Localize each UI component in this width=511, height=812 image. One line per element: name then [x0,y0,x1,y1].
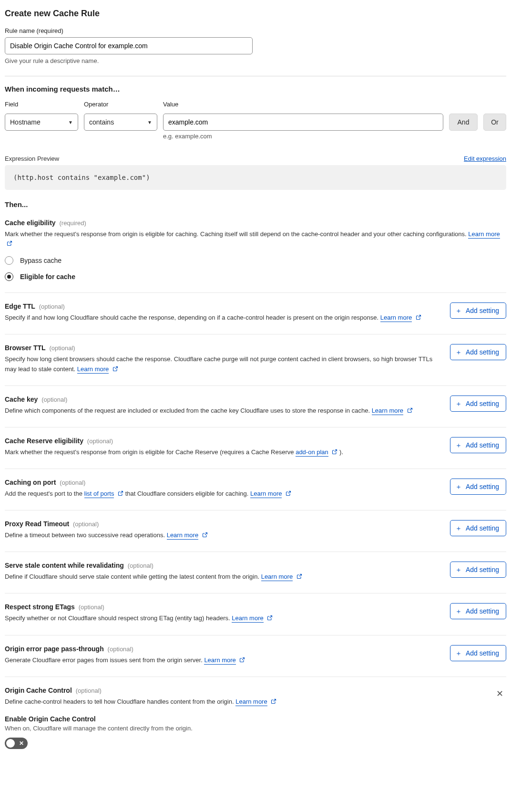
and-button[interactable]: And [449,114,478,131]
bypass-cache-label: Bypass cache [20,257,61,264]
or-button[interactable]: Or [483,114,506,131]
plus-icon: ＋ [455,650,462,656]
respect-etags-optional: (optional) [79,604,104,611]
proxy-read-add-setting-button[interactable]: ＋ Add setting [450,520,506,536]
external-link-icon [267,615,273,621]
serve-stale-optional: (optional) [128,562,153,569]
cache-reserve-optional: (optional) [87,437,113,445]
serve-stale-title: Serve stale content while revalidating [5,562,124,569]
external-link-icon [286,490,291,496]
add-setting-label: Add setting [466,441,499,449]
plus-icon: ＋ [455,400,462,407]
operator-col-label: Operator [84,101,157,108]
external-link-icon [271,698,276,704]
value-col-label: Value [163,101,449,108]
external-link-icon [332,449,337,455]
caret-down-icon: ▼ [147,120,152,125]
plus-icon: ＋ [455,608,462,614]
edge-ttl-optional: (optional) [39,303,65,310]
plus-icon: ＋ [455,442,462,448]
remove-origin-cache-control-button[interactable]: ✕ [493,687,506,701]
proxy-read-title: Proxy Read Timeout [5,520,69,528]
add-setting-label: Add setting [466,483,499,490]
expression-preview-code: (http.host contains "example.com") [5,165,506,190]
external-link-icon [7,240,12,246]
caret-down-icon: ▼ [68,120,73,125]
origin-error-add-setting-button[interactable]: ＋ Add setting [450,645,506,661]
enable-origin-cache-control-hint: When on, Cloudflare will manage the cont… [5,725,482,732]
then-heading: Then... [5,200,506,208]
serve-stale-learn-more-link[interactable]: Learn more [261,573,293,581]
respect-etags-title: Respect strong ETags [5,603,75,611]
rule-name-hint: Give your rule a descriptive name. [5,57,506,64]
value-input[interactable] [163,114,443,131]
enable-origin-cache-control-toggle[interactable]: ✕ [5,738,28,749]
add-setting-label: Add setting [466,607,499,615]
proxy-read-learn-more-link[interactable]: Learn more [167,531,198,540]
caching-port-add-setting-button[interactable]: ＋ Add setting [450,479,506,495]
list-of-ports-link[interactable]: list of ports [84,490,114,498]
cache-eligibility-desc: Mark whether the request's response from… [5,229,506,249]
operator-select-value: contains [89,118,114,126]
plus-icon: ＋ [455,307,462,314]
cache-key-title: Cache key [5,396,38,403]
eligible-for-cache-label: Eligible for cache [20,273,75,281]
origin-cache-control-learn-more-link[interactable]: Learn more [235,698,267,706]
edge-ttl-add-setting-button[interactable]: ＋ Add setting [450,302,506,319]
match-heading: When incoming requests match… [5,85,506,93]
add-setting-label: Add setting [466,566,499,573]
eligible-for-cache-radio[interactable] [5,272,13,281]
origin-error-learn-more-link[interactable]: Learn more [204,656,235,665]
add-setting-label: Add setting [466,649,499,657]
cache-eligibility-learn-more-link[interactable]: Learn more [468,230,500,239]
value-hint: e.g. example.com [163,133,443,140]
add-on-plan-link[interactable]: add-on plan [296,448,328,457]
external-link-icon [296,573,302,579]
respect-etags-add-setting-button[interactable]: ＋ Add setting [450,603,506,619]
cache-key-optional: (optional) [41,396,67,403]
rule-name-input[interactable] [5,37,253,54]
plus-icon: ＋ [455,525,462,531]
caching-port-learn-more-link[interactable]: Learn more [250,490,282,498]
add-setting-label: Add setting [466,524,499,532]
field-col-label: Field [5,101,78,108]
operator-select[interactable]: contains ▼ [84,114,157,131]
caching-port-optional: (optional) [60,479,85,486]
page-title: Create new Cache Rule [5,9,506,19]
external-link-icon [112,366,118,372]
toggle-off-icon: ✕ [19,740,24,746]
cache-key-learn-more-link[interactable]: Learn more [372,407,403,415]
external-link-icon [118,490,123,496]
bypass-cache-radio[interactable] [5,256,13,265]
toggle-knob [6,739,15,748]
plus-icon: ＋ [455,566,462,573]
field-select-value: Hostname [10,118,41,126]
edit-expression-link[interactable]: Edit expression [464,155,506,162]
cache-reserve-add-setting-button[interactable]: ＋ Add setting [450,437,506,453]
add-setting-label: Add setting [466,307,499,314]
respect-etags-desc: Specify whether or not Cloudflare should… [5,614,439,623]
origin-error-optional: (optional) [108,645,133,653]
respect-etags-learn-more-link[interactable]: Learn more [232,614,263,623]
external-link-icon [416,314,421,320]
caching-port-desc: Add the request's port to the list of po… [5,489,439,499]
serve-stale-desc: Define if Cloudflare should serve stale … [5,572,439,582]
cache-key-desc: Define which components of the request a… [5,406,439,416]
rule-name-label: Rule name (required) [5,27,506,34]
proxy-read-desc: Define a timeout between two successive … [5,531,439,540]
browser-ttl-learn-more-link[interactable]: Learn more [77,365,109,374]
proxy-read-optional: (optional) [73,521,99,528]
origin-error-desc: Generate Cloudflare error pages from iss… [5,656,439,665]
expression-preview-label: Expression Preview [5,155,59,162]
cache-reserve-title: Cache Reserve eligibility [5,437,83,445]
external-link-icon [239,657,245,663]
origin-cache-control-optional: (optional) [76,687,102,694]
add-setting-label: Add setting [466,348,499,356]
field-select[interactable]: Hostname ▼ [5,114,78,131]
browser-ttl-add-setting-button[interactable]: ＋ Add setting [450,344,506,360]
serve-stale-add-setting-button[interactable]: ＋ Add setting [450,562,506,578]
browser-ttl-desc: Specify how long client browsers should … [5,354,439,374]
origin-cache-control-desc: Define cache-control headers to tell how… [5,697,482,707]
edge-ttl-learn-more-link[interactable]: Learn more [380,314,412,322]
cache-key-add-setting-button[interactable]: ＋ Add setting [450,396,506,412]
